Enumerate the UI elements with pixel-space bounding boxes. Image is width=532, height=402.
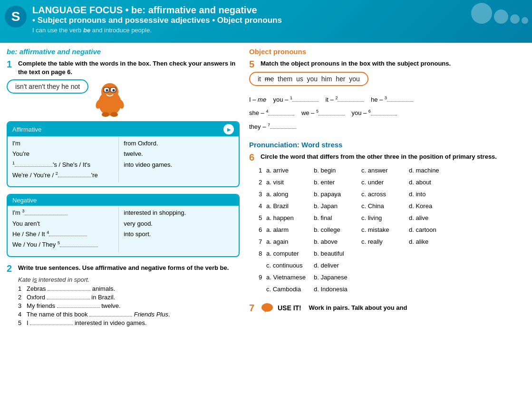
exercise-2: 2 Write true sentences. Use affirmative … [7,264,240,326]
affirmative-label: Affirmative [12,126,41,133]
row5-c: c. living [361,212,409,224]
row3-c: c. across [361,189,409,200]
affirmative-right-col: from Oxford. twelve. into video games. [119,136,239,182]
negative-left-col: I'm 3 You aren't He / She / It 4 We / Yo… [8,206,118,252]
header-title-line1: LANGUAGE FOCUS • be: affirmative and neg… [32,5,524,16]
row7-d: d. alike [409,236,456,248]
row4-b: b. Japan [314,201,361,212]
row7-a: a. again [266,236,314,248]
ex2-item-3: 3 My friends twelve. [18,302,240,309]
ex1-header: 1 Complete the table with the words in t… [7,59,240,77]
row9-b: b. Japanese [314,272,361,283]
row1-num: 1 [259,165,266,176]
ex2-item-5: 5 I interested in video games. [18,319,240,326]
ex2-header: 2 Write true sentences. Use affirmative … [7,264,240,273]
exercise-5: 5 Match the object pronouns in the box w… [249,59,525,133]
table-gap [8,182,239,186]
row3-b: b. papaya [314,189,361,200]
play-button[interactable] [223,124,234,134]
left-section-title: be: affirmative and negative [7,48,240,56]
affirmative-row: I'm You're 1's / She's / It's We're / Yo… [8,136,239,182]
row9-num: 9 [259,272,266,283]
ex6-row-4: 4 a. Brazil b. Japan c. China d. Korea [259,201,525,212]
ex6-row-9a: 9 a. Vietnamese b. Japanese [259,272,525,283]
row6-a: a. alarm [266,224,314,236]
mascot-figure [93,79,126,117]
ex2-item-4: 4 The name of this book Friends Plus. [18,311,240,318]
negative-header: Negative [8,195,239,206]
row1-a: a. arrive [266,165,314,176]
pronunciation-section: Pronunciation: Word stress 6 Circle the … [249,141,525,296]
section-badge: S [5,6,27,28]
speech-bubble-icon [261,301,274,315]
row5-a: a. happen [266,212,314,224]
row8-c: c. continuous [266,260,314,271]
match-row-1: I – me you – 1 it – 2 he – 3 [249,94,525,106]
row5-d: d. alive [409,212,456,224]
left-column: be: affirmative and negative 1 Complete … [7,48,240,332]
mascot-svg [93,79,126,117]
row2-num: 2 [259,177,266,188]
ex2-body: Kate is interested in sport. 1 Zebras an… [18,276,240,326]
ex6-row-3: 3 a. along b. papaya c. across d. into [259,189,525,200]
ex7-number: 7 [249,303,257,313]
row9-d: d. Indonesia [314,284,361,295]
row1-d: d. machine [409,165,456,176]
header-subtitle: I can use the verb be and introduce peop… [32,27,524,34]
row5-b: b. final [314,212,361,224]
ex2-instruction: Write true sentences. Use affirmative an… [18,264,229,272]
ex6-row-9c: c. Cambodia d. Indonesia [259,284,525,295]
ex7-header: 7 USE IT! Work in pairs. Talk about you … [249,301,525,315]
ex6-row-5: 5 a. happen b. final c. living d. alive [259,212,525,224]
svg-point-11 [102,112,109,117]
ex6-row-8a: 8 a. computer b. beautiful [259,248,525,259]
ex6-row-6: 6 a. alarm b. college c. mistake d. cart… [259,224,525,236]
row9-a: a. Vietnamese [266,272,314,283]
row5-num: 5 [259,212,266,224]
row3-d: d. into [409,189,456,200]
exercise-7: 7 USE IT! Work in pairs. Talk about you … [249,301,525,315]
row4-c: c. China [361,201,409,212]
ex6-word-list: 1 a. arrive b. begin c. answer d. machin… [259,165,525,296]
negative-row: I'm 3 You aren't He / She / It 4 We / Yo… [8,206,239,252]
row2-d: d. about [409,177,456,188]
ex6-row-2: 2 a. visit b. enter c. under d. about [259,177,525,188]
ex2-item-1: 1 Zebras animals. [18,285,240,292]
exercise-6: 6 Circle the word that differs from the … [249,153,525,296]
ex1-number: 1 [7,59,14,69]
bubble-small [510,14,520,24]
me-word: me [265,75,274,83]
object-pronouns-section: Object pronouns 5 Match the object prono… [249,48,525,133]
affirmative-left-col: I'm You're 1's / She's / It's We're / Yo… [8,136,118,182]
page-header: S LANGUAGE FOCUS • be: affirmative and n… [0,0,532,43]
match-row-2: she – 4 we – 5 you – 6 [249,107,525,119]
ex6-row-7: 7 a. again b. above c. really d. alike [259,236,525,248]
ex2-item-2: 2 Oxford in Brazil. [18,294,240,301]
ex7-instruction: Work in pairs. Talk about you and [309,304,407,311]
bubble-large [471,3,492,24]
row9-c: c. Cambodia [266,284,314,295]
row6-num: 6 [259,224,266,236]
ex1-instruction: Complete the table with the words in the… [18,59,240,77]
ex5-instruction: Match the object pronouns in the box wit… [261,59,451,68]
ex2-number: 2 [7,264,14,273]
svg-point-13 [261,303,273,312]
row2-a: a. visit [266,177,314,188]
row3-a: a. along [266,189,314,200]
row6-b: b. college [314,224,361,236]
row8-b: b. beautiful [314,248,361,259]
row2-b: b. enter [314,177,361,188]
bubble-medium [494,10,508,24]
neg-table-gap [8,252,239,256]
affirmative-header: Affirmative [8,122,239,136]
bubble-xsmall [522,17,528,24]
header-title-line2: • Subject pronouns and possessive adject… [32,16,524,25]
row4-num: 4 [259,201,266,212]
row7-b: b. above [314,236,361,248]
header-text-block: LANGUAGE FOCUS • be: affirmative and neg… [32,5,524,34]
row4-d: d. Korea [409,201,456,212]
row7-num: 7 [259,236,266,248]
ex2-example: Kate is interested in sport. [18,276,240,283]
row8-num: 8 [259,248,266,259]
affirmative-table: Affirmative I'm You're 1's / She's / It'… [7,121,240,187]
